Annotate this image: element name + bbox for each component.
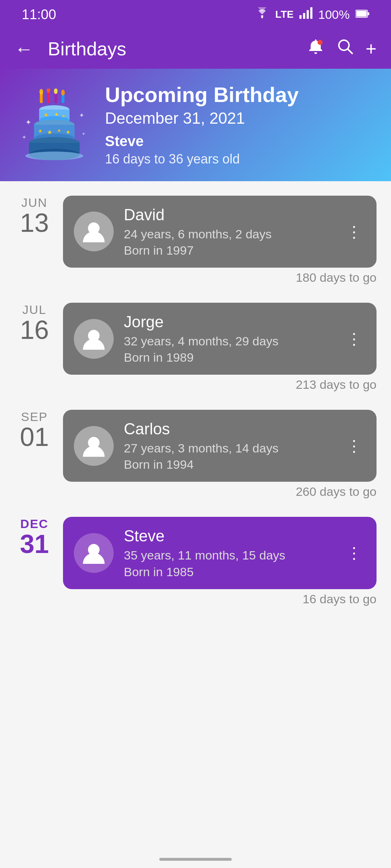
person-age: 32 years, 4 months, 29 days [124, 333, 332, 349]
bottom-handle [0, 847, 391, 868]
person-born: Born in 1997 [124, 243, 332, 258]
svg-text:✦: ✦ [25, 118, 31, 126]
svg-rect-2 [303, 13, 305, 19]
svg-text:★: ★ [66, 129, 71, 135]
svg-text:✦: ✦ [22, 134, 26, 140]
svg-text:★: ★ [57, 128, 61, 133]
date-month: DEC [14, 517, 54, 531]
date-label: JUN 13 [14, 196, 54, 236]
wifi-icon [255, 7, 269, 22]
hero-info: Upcoming Birthday December 31, 2021 Stev… [105, 83, 299, 167]
birthday-card[interactable]: Steve 35 years, 11 months, 15 days Born … [63, 517, 377, 589]
days-to-go: 213 days to go [63, 378, 377, 392]
svg-text:✦: ✦ [81, 131, 86, 137]
birthday-item: JUL 16 Jorge 32 years, 4 months, 29 days… [14, 303, 377, 399]
svg-text:★: ★ [47, 129, 52, 135]
svg-rect-1 [299, 15, 302, 19]
svg-text:★: ★ [43, 112, 49, 118]
svg-text:★: ★ [62, 114, 66, 119]
birthday-card[interactable]: Jorge 32 years, 4 months, 29 days Born i… [63, 303, 377, 375]
card-info: Jorge 32 years, 4 months, 29 days Born i… [124, 313, 332, 365]
svg-point-0 [261, 17, 263, 18]
hero-title: Upcoming Birthday [105, 83, 299, 106]
hero-days-info: 16 days to 36 years old [105, 152, 299, 167]
person-age: 35 years, 11 months, 15 days [124, 547, 332, 563]
svg-point-18 [61, 90, 65, 95]
avatar [74, 212, 114, 251]
more-options-button[interactable]: ⋮ [342, 326, 366, 352]
date-month: JUN [14, 196, 54, 210]
person-age: 27 years, 3 months, 14 days [124, 440, 332, 456]
hero-person-name: Steve [105, 133, 299, 149]
days-to-go: 180 days to go [63, 271, 377, 285]
svg-text:✦: ✦ [79, 112, 84, 119]
birthday-item: JUN 13 David 24 years, 6 months, 2 days … [14, 196, 377, 292]
person-born: Born in 1985 [124, 565, 332, 579]
svg-rect-7 [356, 11, 367, 17]
app-bar-title: Birthdays [48, 38, 295, 60]
status-time: 11:00 [22, 7, 56, 22]
svg-rect-4 [310, 7, 312, 19]
person-name: David [124, 206, 332, 224]
card-info: Carlos 27 years, 3 months, 14 days Born … [124, 420, 332, 472]
card-info: David 24 years, 6 months, 2 days Born in… [124, 206, 332, 258]
avatar [74, 426, 114, 466]
handle-bar [159, 858, 232, 861]
date-label: DEC 31 [14, 517, 54, 557]
days-to-go: 260 days to go [63, 485, 377, 499]
svg-point-15 [39, 89, 43, 95]
signal-icon [299, 7, 312, 22]
status-bar: 11:00 LTE 100% [0, 0, 391, 29]
birthday-card[interactable]: David 24 years, 6 months, 2 days Born in… [63, 196, 377, 268]
battery-percentage: 100% [318, 8, 350, 22]
person-name: Steve [124, 527, 332, 545]
days-to-go: 16 days to go [63, 592, 377, 606]
date-day: 13 [14, 210, 54, 236]
svg-rect-3 [307, 10, 309, 19]
app-bar: ← Birthdays + [0, 29, 391, 69]
more-options-button[interactable]: ⋮ [342, 433, 366, 459]
notification-bell-icon[interactable] [306, 37, 325, 60]
person-name: Jorge [124, 313, 332, 331]
svg-point-8 [318, 40, 323, 45]
date-day: 31 [14, 531, 54, 557]
date-label: JUL 16 [14, 303, 54, 343]
person-age: 24 years, 6 months, 2 days [124, 226, 332, 242]
status-icons: LTE 100% [255, 7, 369, 22]
birthday-item: DEC 31 Steve 35 years, 11 months, 15 day… [14, 517, 377, 613]
more-options-button[interactable]: ⋮ [342, 219, 366, 244]
date-month: SEP [14, 410, 54, 424]
svg-point-9 [339, 40, 349, 50]
birthday-item: SEP 01 Carlos 27 years, 3 months, 14 day… [14, 410, 377, 506]
hero-date: December 31, 2021 [105, 109, 299, 127]
person-born: Born in 1994 [124, 458, 332, 472]
svg-point-35 [25, 152, 83, 160]
svg-text:★: ★ [54, 111, 59, 117]
person-born: Born in 1989 [124, 350, 332, 365]
more-options-button[interactable]: ⋮ [342, 540, 366, 566]
search-icon[interactable] [336, 37, 355, 60]
battery-icon [356, 8, 369, 21]
card-info: Steve 35 years, 11 months, 15 days Born … [124, 527, 332, 579]
svg-text:★: ★ [38, 128, 43, 134]
date-day: 16 [14, 317, 54, 343]
add-button[interactable]: + [366, 38, 377, 60]
lte-icon: LTE [275, 9, 294, 20]
birthday-list: JUN 13 David 24 years, 6 months, 2 days … [0, 181, 391, 639]
back-button[interactable]: ← [14, 38, 33, 60]
birthday-cake-illustration: ★ ★ ★ ★ ★ ★ ★ ✦ ✦ ✦ ✦ [18, 89, 91, 161]
svg-rect-6 [367, 12, 369, 15]
avatar [74, 533, 114, 573]
avatar [74, 319, 114, 359]
date-label: SEP 01 [14, 410, 54, 450]
hero-banner: ★ ★ ★ ★ ★ ★ ★ ✦ ✦ ✦ ✦ Upcoming Birthday [0, 69, 391, 181]
person-name: Carlos [124, 420, 332, 438]
svg-line-10 [348, 49, 353, 54]
birthday-card[interactable]: Carlos 27 years, 3 months, 14 days Born … [63, 410, 377, 482]
date-month: JUL [14, 303, 54, 317]
date-day: 01 [14, 424, 54, 450]
